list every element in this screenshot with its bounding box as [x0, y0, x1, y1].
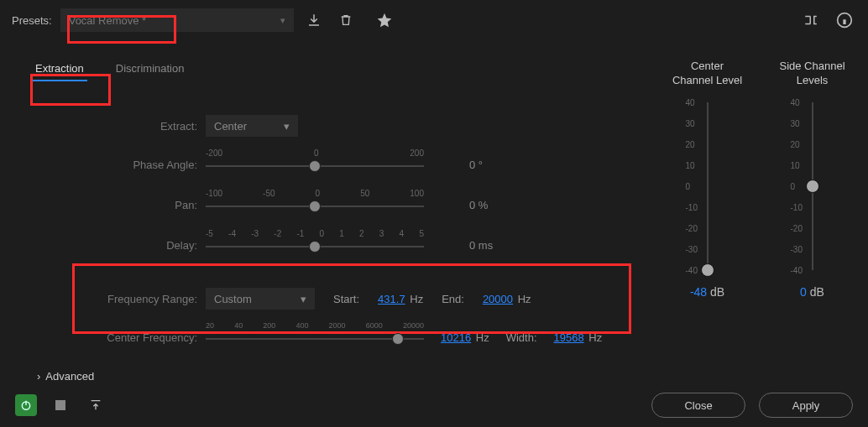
preset-dropdown[interactable]: Vocal Remove * ▾ [60, 8, 294, 32]
center-channel-value[interactable]: -48 [690, 285, 707, 299]
chevron-down-icon: ▾ [284, 120, 290, 133]
phase-readout: 0 ° [469, 159, 511, 171]
preset-value: Vocal Remove * [69, 14, 147, 27]
tick: 4 [400, 229, 405, 238]
tick: -10 [686, 203, 728, 212]
centerfreq-unit: Hz [476, 331, 489, 344]
center-channel-unit: dB [710, 285, 724, 299]
tick: 0 [686, 182, 728, 191]
tick: 0 [316, 189, 321, 198]
width-value[interactable]: 19568 [554, 331, 584, 344]
side-channel-unit: dB [810, 285, 824, 299]
centerfreq-label: Center Frequency: [17, 331, 206, 344]
import-preset-icon[interactable] [302, 8, 326, 32]
tick: -4 [228, 229, 236, 238]
tick: -40 [791, 266, 833, 275]
freqrange-label: Frequency Range: [17, 293, 206, 305]
tick: 30 [791, 119, 833, 128]
tick: -5 [206, 229, 213, 238]
side-channel-title: Side Channel Levels [768, 57, 856, 91]
tick: 0 [314, 148, 319, 158]
tick: -100 [206, 189, 222, 198]
delay-slider[interactable]: -5 -4 -3 -2 -1 0 1 2 3 4 5 [206, 232, 424, 258]
tick: 40 [234, 321, 243, 330]
tick: 40 [791, 98, 833, 107]
start-label: Start: [333, 293, 359, 305]
tick: 400 [295, 321, 308, 330]
tick: 10 [791, 161, 833, 170]
pan-readout: 0 % [469, 199, 511, 211]
tick: 6000 [366, 321, 383, 330]
tick: 50 [360, 189, 369, 198]
info-icon[interactable] [833, 8, 856, 32]
close-button[interactable]: Close [651, 393, 745, 418]
centerfreq-slider[interactable]: 20 40 200 400 2000 6000 20000 [206, 325, 424, 350]
pan-label: Pan: [17, 199, 206, 211]
phase-slider[interactable]: -200 0 200 [206, 152, 424, 177]
tick: 200 [410, 148, 424, 158]
tick: -200 [206, 148, 222, 158]
tick: -20 [791, 224, 833, 233]
stop-button[interactable] [49, 393, 72, 417]
tick: 3 [379, 229, 384, 238]
advanced-label: Advanced [45, 370, 94, 383]
delay-label: Delay: [17, 239, 206, 252]
tick: 1 [339, 229, 344, 238]
extract-select[interactable]: Center ▾ [206, 115, 298, 137]
tick: 200 [263, 321, 275, 330]
chevron-down-icon: ▾ [301, 293, 306, 305]
tick: 20 [791, 140, 833, 149]
end-label: End: [442, 293, 464, 305]
width-unit: Hz [588, 331, 602, 344]
advanced-toggle[interactable]: › Advanced [37, 370, 630, 383]
tick: -20 [686, 224, 728, 233]
tick: 30 [686, 119, 728, 128]
export-icon[interactable] [84, 393, 107, 417]
tick: -1 [296, 229, 304, 238]
tick: 5 [419, 229, 424, 238]
center-channel-title: Center Channel Level [663, 57, 751, 91]
freqrange-select[interactable]: Custom ▾ [206, 288, 315, 310]
apply-button[interactable]: Apply [759, 393, 853, 418]
center-channel-slider[interactable]: 403020100-10-20-30-40 [691, 102, 724, 270]
extract-label: Extract: [17, 120, 206, 133]
tab-discrimination[interactable]: Discrimination [112, 57, 188, 81]
side-channel-value[interactable]: 0 [800, 285, 807, 299]
presets-label: Presets: [12, 14, 52, 27]
side-channel-slider[interactable]: 403020100-10-20-30-40 [796, 102, 829, 270]
tick: 20 [686, 140, 728, 149]
width-label: Width: [506, 331, 537, 344]
tick: 100 [410, 189, 424, 198]
tick: -2 [274, 229, 281, 238]
trash-icon[interactable] [334, 8, 358, 32]
power-button[interactable] [15, 394, 37, 416]
tick: 0 [320, 229, 325, 238]
chevron-down-icon: ▾ [280, 15, 285, 26]
pan-slider[interactable]: -100 -50 0 50 100 [206, 192, 424, 217]
freqrange-value: Custom [214, 293, 252, 305]
tick: 20000 [403, 321, 424, 330]
tick: -50 [263, 189, 275, 198]
tick: 20 [206, 321, 214, 330]
tab-extraction[interactable]: Extraction [32, 57, 87, 81]
tick: -3 [251, 229, 259, 238]
chevron-right-icon: › [37, 370, 40, 383]
start-unit: Hz [410, 293, 423, 305]
tick: 2 [359, 229, 364, 238]
routing-icon[interactable] [799, 8, 823, 32]
tick: -10 [791, 203, 833, 212]
star-icon[interactable] [373, 8, 396, 32]
tick: 2000 [329, 321, 346, 330]
end-unit: Hz [518, 293, 531, 305]
tick: -30 [791, 245, 833, 254]
phase-label: Phase Angle: [17, 159, 206, 171]
end-value[interactable]: 20000 [483, 293, 513, 305]
extract-value: Center [214, 120, 247, 133]
centerfreq-value[interactable]: 10216 [441, 331, 471, 344]
tick: -30 [686, 245, 728, 254]
delay-readout: 0 ms [469, 239, 511, 252]
tick: 40 [686, 98, 728, 107]
start-value[interactable]: 431.7 [378, 293, 405, 305]
tick: 10 [686, 161, 728, 170]
